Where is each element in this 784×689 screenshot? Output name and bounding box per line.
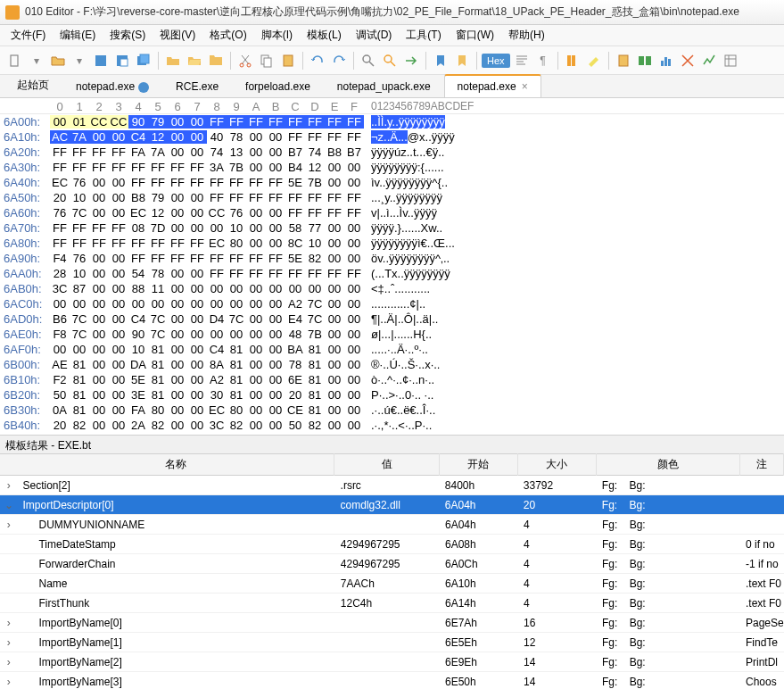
template-row[interactable]: FirstThunk12C4h6A14h4Fg: Bg:.text F0 (0, 594, 784, 613)
hex-byte[interactable]: 7C (70, 206, 89, 220)
columns-button[interactable] (563, 51, 582, 71)
hex-byte[interactable]: FF (285, 115, 305, 129)
hex-byte[interactable]: 81 (305, 373, 325, 386)
hex-byte[interactable]: 08 (128, 221, 148, 235)
hex-byte[interactable]: FF (325, 191, 344, 204)
hex-byte[interactable]: FF (187, 176, 207, 189)
hex-byte[interactable]: FF (246, 191, 266, 204)
hex-ascii[interactable]: ¶|..Ä|..Ô|..ä|.. (371, 312, 438, 326)
hex-byte[interactable]: 00 (207, 221, 227, 235)
template-row[interactable]: Name7AACh6A10h4Fg: Bg:.text F0 (0, 574, 784, 594)
hex-byte[interactable]: 00 (89, 388, 109, 402)
hex-row[interactable]: 6A20h:FFFFFFFFFA7A000074130000B774B8B7ÿÿ… (0, 145, 784, 160)
hex-byte[interactable]: 00 (344, 343, 364, 356)
template-button[interactable] (721, 51, 740, 71)
hex-ascii[interactable]: .·..ú€..ë€..Î·.. (371, 403, 435, 417)
hex-byte[interactable]: 81 (148, 343, 168, 356)
hex-byte[interactable]: 00 (187, 297, 207, 311)
hex-byte[interactable]: 10 (305, 237, 325, 250)
hex-byte[interactable]: 00 (266, 373, 285, 386)
hex-byte[interactable]: 00 (246, 297, 266, 311)
hex-byte[interactable]: FF (266, 191, 285, 204)
hex-byte[interactable]: AE (50, 358, 70, 371)
hex-byte[interactable]: 00 (266, 161, 285, 174)
menu-item[interactable]: 脚本(I) (254, 25, 300, 46)
hex-byte[interactable]: 00 (89, 191, 109, 204)
menu-item[interactable]: 帮助(H) (501, 25, 552, 46)
hex-byte[interactable]: 5E (128, 373, 148, 386)
hex-byte[interactable]: FF (325, 115, 344, 129)
hex-byte[interactable]: CE (285, 403, 305, 417)
hex-byte[interactable]: FF (128, 252, 148, 265)
hex-byte[interactable]: 00 (266, 358, 285, 371)
hex-byte[interactable]: FF (168, 237, 187, 250)
hex-ascii[interactable]: öv..ÿÿÿÿÿÿÿÿ^‚.. (371, 252, 450, 265)
hex-byte[interactable]: FF (227, 191, 246, 204)
hex-row[interactable]: 6B00h:AE810000DA8100008A81000078810000®·… (0, 357, 784, 372)
hex-byte[interactable]: 7C (305, 312, 325, 326)
hex-byte[interactable]: 00 (227, 282, 246, 295)
hex-byte[interactable]: FF (344, 115, 364, 129)
template-row[interactable]: ›ImportByName[2]6E9Eh14Fg: Bg:PrintDl (0, 652, 784, 672)
hex-byte[interactable]: 00 (187, 373, 207, 386)
highlight-button[interactable] (584, 51, 604, 71)
hex-byte[interactable]: 00 (266, 343, 285, 356)
undo-button[interactable] (308, 51, 327, 71)
hex-byte[interactable]: FF (246, 115, 266, 129)
hex-byte[interactable]: 00 (109, 130, 128, 144)
hex-byte[interactable]: 00 (227, 328, 246, 341)
hex-byte[interactable]: 20 (285, 388, 305, 402)
expand-icon[interactable]: › (0, 676, 17, 688)
hex-row[interactable]: 6B30h:0A810000FA800000EC800000CE810000.·… (0, 403, 784, 418)
hex-byte[interactable]: FF (344, 191, 364, 204)
hex-byte[interactable]: 81 (227, 343, 246, 356)
histogram-button[interactable] (656, 51, 676, 71)
hex-byte[interactable]: FF (227, 115, 246, 129)
hex-byte[interactable]: C4 (128, 312, 148, 326)
hex-ascii[interactable]: ÿÿÿÿÿÿÿÿ:{...... (371, 161, 444, 174)
copy-button[interactable] (257, 51, 276, 71)
hex-byte[interactable]: 7A (148, 145, 168, 159)
hex-byte[interactable]: 7C (70, 328, 89, 341)
hex-byte[interactable]: 54 (128, 267, 148, 280)
hex-byte[interactable]: 7B (305, 328, 325, 341)
hex-byte[interactable]: FF (305, 267, 325, 280)
hex-byte[interactable]: FF (285, 130, 305, 144)
hex-ascii[interactable]: <‡..ˆ........... (371, 282, 430, 295)
hex-byte[interactable]: 7C (70, 312, 89, 326)
hex-row[interactable]: 6A90h:F4760000FFFFFFFFFFFFFFFF5E820000öv… (0, 251, 784, 266)
hex-byte[interactable]: FF (207, 191, 227, 204)
hex-byte[interactable]: B4 (285, 161, 305, 174)
hex-byte[interactable]: 00 (266, 419, 285, 432)
hex-byte[interactable]: 00 (344, 282, 364, 295)
hex-byte[interactable]: 00 (344, 328, 364, 341)
hex-byte[interactable]: 20 (50, 191, 70, 204)
hex-byte[interactable]: 7C (305, 297, 325, 311)
hex-row[interactable]: 6AC0h:000000000000000000000000A27C0000..… (0, 296, 784, 311)
hex-byte[interactable]: EC (128, 206, 148, 220)
hex-byte[interactable]: 00 (168, 373, 187, 386)
hex-byte[interactable]: 88 (128, 282, 148, 295)
hex-byte[interactable]: 00 (187, 282, 207, 295)
hex-byte[interactable]: 00 (168, 206, 187, 220)
hex-byte[interactable]: 90 (128, 115, 148, 129)
hex-byte[interactable]: FF (227, 267, 246, 280)
hex-byte[interactable]: 6E (285, 373, 305, 386)
hex-ascii[interactable]: ÿÿÿÿÿÿÿÿì€..Œ... (371, 237, 455, 250)
hex-byte[interactable]: 74 (305, 145, 325, 159)
hex-byte[interactable]: 82 (227, 419, 246, 432)
hex-byte[interactable]: 00 (344, 252, 364, 265)
hex-byte[interactable]: 20 (50, 419, 70, 432)
hex-byte[interactable]: 00 (266, 206, 285, 220)
hex-byte[interactable]: 3A (207, 161, 227, 174)
expand-icon[interactable]: › (0, 519, 17, 531)
hex-byte[interactable]: 00 (187, 403, 207, 417)
hex-byte[interactable]: B8 (325, 145, 344, 159)
hex-byte[interactable]: 00 (344, 237, 364, 250)
hex-byte[interactable]: C4 (207, 343, 227, 356)
expand-icon[interactable]: › (0, 656, 17, 668)
expand-icon[interactable]: › (0, 636, 17, 649)
hex-byte[interactable]: FF (50, 221, 70, 235)
hex-byte[interactable]: 00 (89, 130, 109, 144)
hex-byte[interactable]: 00 (187, 328, 207, 341)
